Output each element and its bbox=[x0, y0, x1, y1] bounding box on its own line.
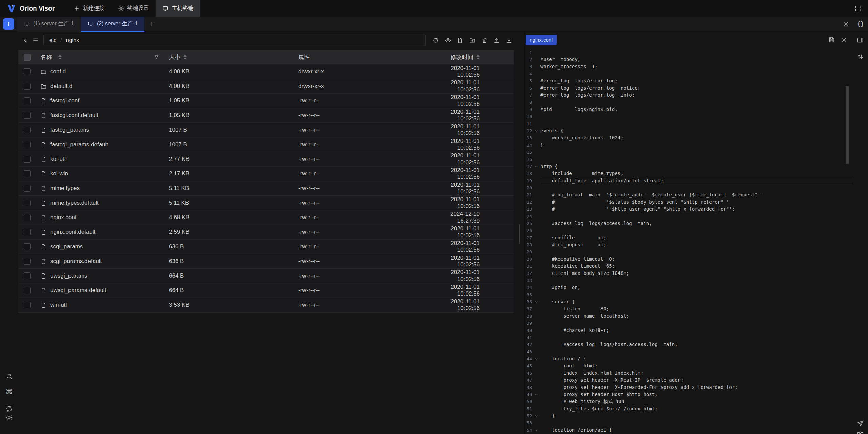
code-line[interactable]: 49 proxy_set_header Host $http_host; bbox=[525, 391, 852, 398]
header-size[interactable]: 大小 bbox=[169, 53, 180, 61]
table-row[interactable]: conf.d 4.00 KB drwxr-xr-x 2020-11-01 10:… bbox=[18, 64, 514, 79]
code-line[interactable]: 18 include mime.types; bbox=[525, 170, 852, 177]
code-line[interactable]: 45 root html; bbox=[525, 362, 852, 370]
code-editor[interactable]: 1 2 #user nobody; 3 worker_processes 1; … bbox=[525, 48, 852, 434]
code-line[interactable]: 15 bbox=[525, 149, 852, 156]
fold-chevron-icon[interactable] bbox=[532, 264, 540, 268]
file-name[interactable]: uwsgi_params bbox=[50, 272, 87, 279]
row-checkbox[interactable] bbox=[24, 127, 31, 133]
fold-chevron-icon[interactable] bbox=[532, 222, 540, 226]
code-line[interactable]: 17 http { bbox=[525, 163, 852, 170]
fold-chevron-icon[interactable] bbox=[532, 122, 540, 126]
code-line[interactable]: 53 bbox=[525, 419, 852, 427]
fold-chevron-icon[interactable] bbox=[532, 428, 540, 432]
fold-chevron-icon[interactable] bbox=[532, 336, 540, 340]
file-name[interactable]: fastcgi.conf bbox=[50, 97, 79, 104]
code-line[interactable]: 38 server_name localhost; bbox=[525, 313, 852, 320]
code-line[interactable]: 7 #error_log logs/error.log info; bbox=[525, 92, 852, 99]
fold-chevron-icon[interactable] bbox=[532, 286, 540, 290]
fold-chevron-icon[interactable] bbox=[532, 414, 540, 418]
code-line[interactable]: 30 #keepalive_timeout 0; bbox=[525, 256, 852, 263]
code-line[interactable]: 44 location / { bbox=[525, 355, 852, 362]
fold-chevron-icon[interactable] bbox=[532, 207, 540, 211]
new-file-button[interactable] bbox=[454, 35, 466, 45]
fold-chevron-icon[interactable] bbox=[532, 143, 540, 147]
code-line[interactable]: 52 } bbox=[525, 412, 852, 419]
row-checkbox[interactable] bbox=[24, 97, 31, 104]
table-row[interactable]: fastcgi_params 1007 B -rw-r--r-- 2020-11… bbox=[18, 123, 514, 137]
row-checkbox[interactable] bbox=[24, 302, 31, 308]
code-line[interactable]: 22 # '$status $body_bytes_sent "$http_re… bbox=[525, 199, 852, 206]
editor-scrollbar[interactable] bbox=[846, 86, 849, 164]
code-line[interactable]: 5 #error_log logs/error.log; bbox=[525, 77, 852, 84]
code-line[interactable]: 27 sendfile on; bbox=[525, 234, 852, 241]
fold-chevron-icon[interactable] bbox=[532, 186, 540, 190]
row-checkbox[interactable] bbox=[24, 200, 31, 206]
code-line[interactable]: 47 proxy_set_header X-Real-IP $remote_ad… bbox=[525, 377, 852, 384]
fold-chevron-icon[interactable] bbox=[532, 65, 540, 69]
fold-chevron-icon[interactable] bbox=[532, 257, 540, 261]
menu-new-connection[interactable]: 新建连接 bbox=[67, 0, 111, 17]
fold-chevron-icon[interactable] bbox=[532, 136, 540, 140]
table-row[interactable]: fastcgi_params.default 1007 B -rw-r--r--… bbox=[18, 137, 514, 152]
code-line[interactable]: 20 bbox=[525, 184, 852, 191]
row-checkbox[interactable] bbox=[24, 141, 31, 148]
fold-chevron-icon[interactable] bbox=[532, 236, 540, 240]
code-line[interactable]: 48 proxy_set_header X-Forwarded-For $pro… bbox=[525, 384, 852, 391]
file-name[interactable]: koi-utf bbox=[50, 156, 66, 163]
table-row[interactable]: fastcgi.conf.default 1.05 KB -rw-r--r-- … bbox=[18, 108, 514, 123]
fold-chevron-icon[interactable] bbox=[532, 350, 540, 354]
table-row[interactable]: default.d 4.00 KB drwxr-xr-x 2020-11-01 … bbox=[18, 79, 514, 94]
upload-button[interactable] bbox=[491, 35, 503, 45]
theme-sync-icon[interactable] bbox=[6, 405, 13, 412]
close-panel-icon[interactable] bbox=[843, 20, 850, 27]
code-line[interactable]: 12 events { bbox=[525, 127, 852, 134]
select-all-checkbox[interactable] bbox=[24, 54, 31, 61]
fold-chevron-icon[interactable] bbox=[532, 393, 540, 397]
fold-chevron-icon[interactable] bbox=[532, 72, 540, 76]
fold-chevron-icon[interactable] bbox=[532, 172, 540, 176]
close-editor-icon[interactable] bbox=[841, 36, 848, 43]
table-row[interactable]: koi-win 2.17 KB -rw-r--r-- 2020-11-01 10… bbox=[18, 167, 514, 181]
fold-chevron-icon[interactable] bbox=[532, 371, 540, 375]
code-line[interactable]: 31 keepalive_timeout 65; bbox=[525, 263, 852, 270]
code-line[interactable]: 23 # '"$http_user_agent" "$http_x_forwar… bbox=[525, 206, 852, 213]
code-line[interactable]: 39 bbox=[525, 320, 852, 327]
code-line[interactable]: 24 bbox=[525, 213, 852, 220]
swap-transfer-icon[interactable] bbox=[857, 53, 864, 60]
fold-chevron-icon[interactable] bbox=[532, 357, 540, 361]
sort-size-icon[interactable] bbox=[183, 55, 187, 60]
fold-chevron-icon[interactable] bbox=[532, 86, 540, 90]
fold-chevron-icon[interactable] bbox=[532, 193, 540, 197]
file-name[interactable]: conf.d bbox=[50, 68, 66, 75]
code-line[interactable]: 43 bbox=[525, 348, 852, 355]
row-checkbox[interactable] bbox=[24, 83, 31, 90]
code-line[interactable]: 4 bbox=[525, 70, 852, 77]
back-button[interactable] bbox=[20, 35, 31, 45]
code-line[interactable]: 3 worker_processes 1; bbox=[525, 63, 852, 70]
code-line[interactable]: 21 #log_format main '$remote_addr - $rem… bbox=[525, 191, 852, 199]
code-line[interactable]: 37 listen 80; bbox=[525, 305, 852, 313]
fold-chevron-icon[interactable] bbox=[532, 364, 540, 368]
sort-mtime-icon[interactable] bbox=[476, 55, 480, 60]
code-line[interactable]: 1 bbox=[525, 49, 852, 56]
fold-chevron-icon[interactable] bbox=[532, 328, 540, 333]
new-folder-button[interactable] bbox=[466, 35, 478, 45]
row-checkbox[interactable] bbox=[24, 229, 31, 235]
table-row[interactable]: scgi_params.default 636 B -rw-r--r-- 202… bbox=[18, 254, 514, 269]
table-row[interactable]: mime.types.default 5.11 KB -rw-r--r-- 20… bbox=[18, 196, 514, 210]
code-line[interactable]: 16 bbox=[525, 156, 852, 163]
code-line[interactable]: 40 #charset koi8-r; bbox=[525, 327, 852, 334]
code-line[interactable]: 10 bbox=[525, 113, 852, 120]
tab-server-1[interactable]: (1) server-生产-1 bbox=[17, 17, 81, 32]
row-checkbox[interactable] bbox=[24, 243, 31, 250]
fold-chevron-icon[interactable] bbox=[532, 79, 540, 83]
fold-chevron-icon[interactable] bbox=[532, 200, 540, 204]
code-line[interactable]: 50 # web history 模式 404 bbox=[525, 398, 852, 405]
file-name[interactable]: nginx.conf bbox=[50, 214, 77, 221]
row-checkbox[interactable] bbox=[24, 272, 31, 279]
fold-chevron-icon[interactable] bbox=[532, 279, 540, 283]
table-row[interactable]: mime.types 5.11 KB -rw-r--r-- 2020-11-01… bbox=[18, 181, 514, 196]
file-name[interactable]: mime.types.default bbox=[50, 200, 99, 206]
code-line[interactable]: 36 server { bbox=[525, 298, 852, 305]
